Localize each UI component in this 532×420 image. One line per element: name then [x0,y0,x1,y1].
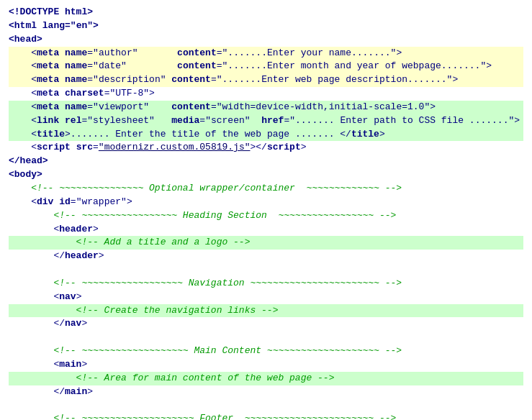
head-close: </head> [9,155,523,168]
nav-open: <nav> [9,291,523,304]
div-wrapper-open: <div id="wrapper"> [9,196,523,209]
blank-line-2 [9,331,523,344]
meta-author-line: <meta name="author" content=".......Ente… [9,47,523,60]
comment-navigation: <!-- ~~~~~~~~~~~~~~~~~~ Navigation ~~~~~… [9,277,523,291]
comment-heading: <!-- ~~~~~~~~~~~~~~~~~ Heading Section ~… [9,209,523,223]
doctype-line: <!DOCTYPE html> [9,6,523,19]
script-modernizr-line: <script src="modernizr.custom.05819.js">… [9,141,523,155]
comment-footer: <!-- ~~~~~~~~~~~~~~~~~~~~ Footer ~~~~~~~… [9,412,523,420]
blank-line-1 [9,263,523,277]
main-open: <main> [9,358,523,372]
nav-close: </nav> [9,317,523,331]
header-open: <header> [9,223,523,237]
main-close: </main> [9,385,523,399]
comment-wrapper: <!-- ~~~~~~~~~~~~~~~ Optional wrapper/co… [9,182,523,196]
meta-charset-line: <meta charset="UTF-8"> [9,87,523,101]
blank-line-3 [9,398,523,412]
code-editor: <!DOCTYPE html> <html lang="en"> <head> … [9,6,523,420]
meta-viewport-line: <meta name="viewport" content="width=dev… [9,101,523,114]
body-open: <body> [9,168,523,182]
html-open: <html lang="en"> [9,19,523,33]
comment-main-content: <!-- Area for main content of the web pa… [9,372,523,385]
meta-description-line: <meta name="description" content="......… [9,73,523,87]
header-close: </header> [9,250,523,263]
link-stylesheet-line: <link rel="stylesheet" media="screen" hr… [9,114,523,128]
comment-nav-links: <!-- Create the navigation links --> [9,304,523,318]
comment-main: <!-- ~~~~~~~~~~~~~~~~~~~ Main Content ~~… [9,344,523,358]
meta-date-line: <meta name="date" content=".......Enter … [9,60,523,73]
head-open: <head> [9,33,523,47]
comment-logo: <!-- Add a title and a logo --> [9,236,523,250]
title-line: <title>....... Enter the title of the we… [9,128,523,142]
